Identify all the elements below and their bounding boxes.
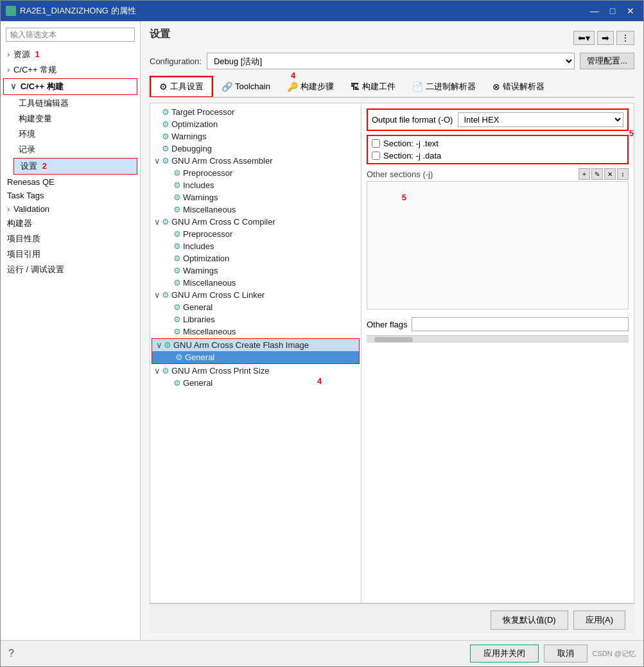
sidebar-item-validation[interactable]: › Validation — [1, 202, 140, 216]
nav-forward-button[interactable]: ➡ — [597, 31, 614, 45]
tree-item-label: GNU Arm Cross C Compiler — [171, 217, 275, 227]
other-flags-input[interactable] — [412, 317, 629, 331]
footer-left: ? — [8, 648, 14, 659]
tree-item-optimization[interactable]: ⚙ Optimization — [150, 118, 361, 130]
horizontal-scrollbar[interactable] — [367, 335, 629, 343]
tree-item-flash-general[interactable]: ⚙ General — [152, 351, 359, 363]
sidebar-item-resources[interactable]: › 资源 1 — [1, 47, 140, 62]
search-input[interactable] — [6, 28, 135, 42]
tree-item-linker-libraries[interactable]: ⚙ Libraries — [150, 313, 361, 325]
tree-item-debugging[interactable]: ⚙ Debugging — [150, 143, 361, 155]
tree-item-label: Miscellaneous — [183, 278, 236, 288]
tree-item-compiler-misc[interactable]: ⚙ Miscellaneous — [150, 277, 361, 289]
tree-item-linker-general[interactable]: ⚙ General — [150, 301, 361, 313]
tab-label: 工具设置 — [170, 81, 204, 92]
tree-item-label: Libraries — [183, 315, 215, 324]
tree-item-label: GNU Arm Cross Create Flash Image — [173, 340, 309, 350]
section-data-checkbox[interactable] — [372, 152, 380, 160]
sidebar-item-task-tags[interactable]: Task Tags — [1, 189, 140, 202]
apply-button[interactable]: 应用(A) — [573, 611, 625, 630]
content-area: ⚙ Target Processor ⚙ Optimization ⚙ Warn… — [150, 103, 634, 603]
sidebar-item-settings[interactable]: 设置 2 — [14, 159, 137, 174]
nav-menu-button[interactable]: ⋮ — [616, 31, 634, 45]
tab-build-steps[interactable]: 🔑 构建步骤 — [279, 77, 342, 96]
section-text-checkbox[interactable] — [372, 139, 380, 148]
tree-item-assembler-preprocessor[interactable]: ⚙ Preprocessor — [150, 167, 361, 179]
sidebar-item-cpp-general[interactable]: › C/C++ 常规 — [1, 62, 140, 78]
tree-item-label: Includes — [183, 241, 214, 251]
tree-item-linker-group[interactable]: ∨ ⚙ GNU Arm Cross C Linker — [150, 289, 361, 301]
sidebar-item-environment[interactable]: 环境 — [1, 126, 140, 142]
footer-right: 应用并关闭 取消 CSDN @记忆 — [470, 645, 636, 663]
tab-error-parser[interactable]: ⊗ 错误解析器 — [484, 77, 553, 96]
maximize-button[interactable]: □ — [605, 4, 620, 17]
tab-build-artifact[interactable]: 🏗 构建工件 — [342, 77, 404, 96]
section-data-label: Section: -j .data — [383, 151, 441, 160]
restore-defaults-button[interactable]: 恢复默认值(D) — [491, 611, 568, 630]
expand-arrow: › — [7, 65, 10, 74]
tree-item-compiler-preprocessor[interactable]: ⚙ Preprocessor — [150, 228, 361, 240]
sidebar-item-toolchain-editor[interactable]: 工具链编辑器 — [1, 96, 140, 111]
tree-item-flash-group[interactable]: ∨ ⚙ GNU Arm Cross Create Flash Image — [152, 339, 359, 351]
manage-config-button[interactable]: 管理配置... — [580, 53, 634, 69]
sidebar-item-label: 环境 — [19, 129, 35, 139]
add-section-button[interactable]: + — [579, 168, 590, 180]
tree-item-assembler-warnings[interactable]: ⚙ Warnings — [150, 191, 361, 204]
tree-item-compiler-includes[interactable]: ⚙ Includes — [150, 240, 361, 252]
tree-item-label: General — [183, 378, 213, 388]
gear-icon: ⚙ — [173, 241, 181, 251]
sidebar-item-logging[interactable]: 记录 — [1, 142, 140, 157]
tab-tool-settings[interactable]: ⚙ 工具设置 — [151, 77, 212, 96]
sidebar-item-renesas-qe[interactable]: Renesas QE — [1, 175, 140, 189]
section-text-label: Section: -j .text — [383, 139, 439, 148]
sidebar-item-run-debug[interactable]: 运行 / 调试设置 — [1, 262, 140, 277]
move-section-button[interactable]: ↕ — [617, 168, 629, 180]
tree-item-assembler-includes[interactable]: ⚙ Includes — [150, 179, 361, 191]
sidebar-item-label: Task Tags — [7, 191, 44, 200]
tree-item-compiler-group[interactable]: ∨ ⚙ GNU Arm Cross C Compiler — [150, 216, 361, 228]
tree-item-compiler-warnings[interactable]: ⚙ Warnings — [150, 264, 361, 277]
tree-item-warnings[interactable]: ⚙ Warnings — [150, 130, 361, 143]
edit-section-button[interactable]: ✎ — [591, 168, 603, 180]
badge-5-overlay: 5 — [402, 193, 406, 202]
close-button[interactable]: ✕ — [623, 4, 638, 17]
tree-item-label: GNU Arm Cross Assembler — [171, 156, 272, 166]
config-dropdown[interactable]: Debug [活动] — [207, 53, 575, 69]
gear-icon: ⚙ — [173, 302, 181, 312]
help-icon[interactable]: ? — [8, 648, 14, 659]
tree-item-linker-misc[interactable]: ⚙ Miscellaneous — [150, 325, 361, 338]
tree-item-assembler-group[interactable]: ∨ ⚙ GNU Arm Cross Assembler — [150, 155, 361, 167]
output-format-select[interactable]: Intel HEX — [458, 112, 623, 127]
minimize-button[interactable]: — — [587, 4, 602, 17]
bottom-buttons: 恢复默认值(D) 应用(A) — [150, 603, 634, 634]
tree-item-label: Warnings — [183, 266, 218, 275]
sidebar-item-label: Renesas QE — [7, 177, 55, 187]
sidebar-item-project-nature[interactable]: 项目性质 — [1, 231, 140, 247]
tree-item-label: General — [183, 302, 213, 312]
tab-toolchain[interactable]: 🔗 Toolchain — [213, 78, 279, 96]
tree-item-target-processor[interactable]: ⚙ Target Processor — [150, 106, 361, 118]
gear-icon: ⚙ — [164, 340, 171, 350]
nav-back-button[interactable]: ⬅▾ — [573, 31, 595, 45]
scrollbar-thumb — [374, 337, 413, 342]
section-action-icons: + ✎ ✕ ↕ — [579, 168, 629, 180]
title-bar: RA2E1_DIANZIZHONG 的属性 — □ ✕ — [1, 1, 643, 21]
tab-binary-parser[interactable]: 📄 二进制解析器 — [404, 77, 484, 96]
config-label: Configuration: — [150, 56, 202, 66]
cancel-button[interactable]: 取消 — [544, 645, 587, 663]
tree-item-printsize-group[interactable]: ∨ ⚙ GNU Arm Cross Print Size — [150, 365, 361, 377]
sidebar-item-cpp-build[interactable]: ∨ C/C++ 构建 — [4, 79, 137, 94]
tab-label: Toolchain — [235, 82, 270, 91]
tree-item-printsize-general[interactable]: ⚙ General — [150, 377, 361, 389]
tree-item-label: Miscellaneous — [183, 205, 236, 214]
sidebar-item-builder[interactable]: 构建器 — [1, 216, 140, 231]
tree-item-compiler-optimization[interactable]: ⚙ Optimization — [150, 252, 361, 264]
sidebar-item-project-ref[interactable]: 项目引用 — [1, 247, 140, 262]
tree-item-assembler-misc[interactable]: ⚙ Miscellaneous — [150, 204, 361, 216]
tree-item-label: Optimization — [183, 254, 229, 263]
remove-section-button[interactable]: ✕ — [604, 168, 616, 180]
other-flags-label: Other flags — [367, 320, 408, 329]
other-sections-label: Other sections (-j) — [367, 169, 433, 179]
sidebar-item-build-vars[interactable]: 构建变量 — [1, 111, 140, 126]
apply-close-button[interactable]: 应用并关闭 — [470, 645, 539, 663]
